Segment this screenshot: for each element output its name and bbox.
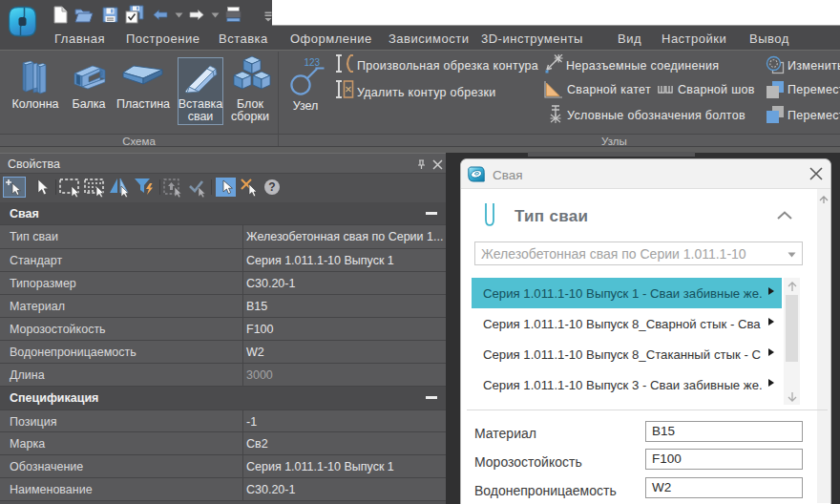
svg-text:123: 123 [304, 57, 321, 68]
svg-text:?: ? [268, 180, 275, 194]
